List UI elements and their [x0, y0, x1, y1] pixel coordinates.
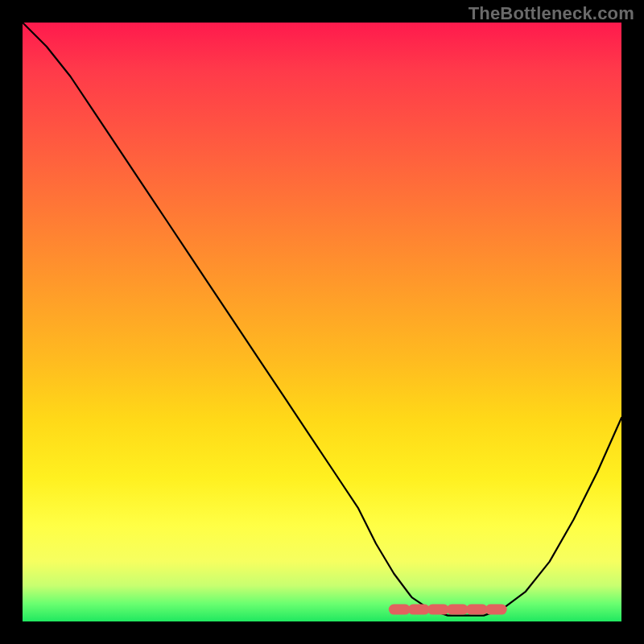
curve-svg: [23, 23, 621, 621]
watermark-text: TheBottleneck.com: [469, 3, 634, 24]
bottleneck-curve: [23, 23, 621, 616]
plot-area: [23, 23, 621, 621]
chart-frame: TheBottleneck.com: [0, 0, 644, 644]
